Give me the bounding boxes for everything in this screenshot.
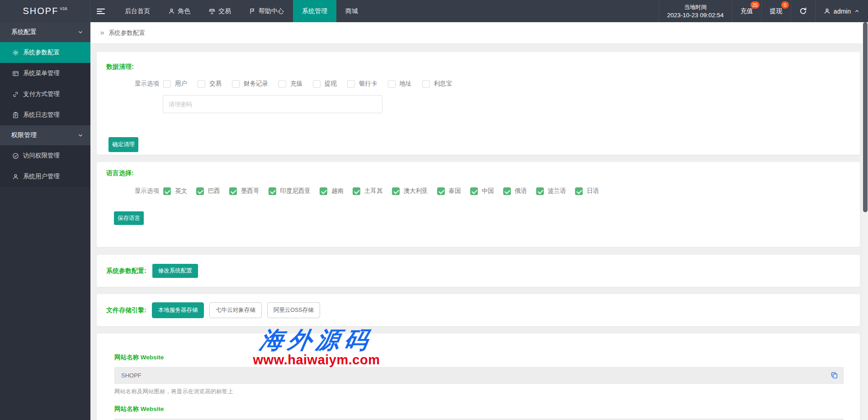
nav-item-help-center[interactable]: 帮助中心 xyxy=(240,0,293,22)
checkbox-checked-icon[interactable] xyxy=(536,187,544,195)
data-clean-option[interactable]: 财务记录 xyxy=(232,80,268,88)
sidebar-group-system-config[interactable]: 系统配置 xyxy=(0,22,90,42)
user-menu[interactable]: admin xyxy=(815,0,868,22)
checkbox-checked-icon[interactable] xyxy=(196,187,204,195)
checkbox-unchecked-icon[interactable] xyxy=(347,80,355,88)
person-icon xyxy=(12,173,19,180)
language-option[interactable]: 英文 xyxy=(163,187,187,195)
checkbox-checked-icon[interactable] xyxy=(437,187,445,195)
website-name-hint: 网站名称及网站图标，将显示在浏览器的标签上 xyxy=(114,388,860,396)
checkbox-unchecked-icon[interactable] xyxy=(278,80,286,88)
local-time: 当地时间 2023-10-23 09:02:54 xyxy=(659,0,732,22)
checkbox-checked-icon[interactable] xyxy=(575,187,583,195)
checkbox-checked-icon[interactable] xyxy=(320,187,327,195)
checkbox-checked-icon[interactable] xyxy=(503,187,511,195)
chevron-down-icon xyxy=(77,29,84,35)
nav-item-mall[interactable]: 商城 xyxy=(336,0,367,22)
data-clean-options-row: 显示选项 用户交易财务记录充值提现银行卡地址利息宝 xyxy=(135,80,860,88)
language-option[interactable]: 土耳其 xyxy=(353,187,383,195)
storage-engine-title: 文件存储引擎: xyxy=(106,306,146,315)
nav-item-trade[interactable]: 交易 xyxy=(199,0,240,22)
vertical-scrollbar[interactable] xyxy=(863,22,868,420)
data-clean-option[interactable]: 地址 xyxy=(388,80,412,88)
data-clean-title: 数据清理: xyxy=(97,52,860,71)
gear-icon xyxy=(12,49,19,56)
chevron-up-icon xyxy=(854,8,860,14)
sidebar-toggle-icon[interactable] xyxy=(90,0,111,22)
sidebar: 系统配置系统参数配置系统菜单管理支付方式管理系统日志管理权限管理访问权限管理系统… xyxy=(0,22,90,420)
checkbox-unchecked-icon[interactable] xyxy=(422,80,430,88)
checkbox-unchecked-icon[interactable] xyxy=(313,80,321,88)
data-clean-option[interactable]: 银行卡 xyxy=(347,80,377,88)
username: admin xyxy=(834,8,851,15)
sidebar-item-system-logs[interactable]: 系统日志管理 xyxy=(0,105,90,125)
checkbox-checked-icon[interactable] xyxy=(229,187,237,195)
nav-item-dashboard[interactable]: 后台首页 xyxy=(116,0,159,22)
language-option[interactable]: 澳大利亚 xyxy=(392,187,428,195)
user-icon xyxy=(824,8,830,14)
save-language-button[interactable]: 保存语言 xyxy=(114,211,144,225)
language-option[interactable]: 泰国 xyxy=(437,187,461,195)
modify-system-config-button[interactable]: 修改系统配置 xyxy=(152,264,198,278)
language-option[interactable]: 越南 xyxy=(320,187,344,195)
data-clean-option[interactable]: 利息宝 xyxy=(422,80,453,88)
data-clean-option[interactable]: 用户 xyxy=(163,80,187,88)
scrollbar-thumb[interactable] xyxy=(863,22,868,212)
data-clean-option[interactable]: 交易 xyxy=(198,80,222,88)
confirm-clean-button[interactable]: 确定清理 xyxy=(108,137,138,152)
system-params-title: 系统参数配置: xyxy=(106,267,146,275)
website-name-label: 网站名称 Website xyxy=(114,405,860,413)
storage-qiniu-object-button[interactable]: 七牛云对象存储 xyxy=(209,302,262,318)
clipboard-icon xyxy=(12,112,19,119)
language-option[interactable]: 日语 xyxy=(575,187,599,195)
sidebar-item-system-users[interactable]: 系统用户管理 xyxy=(0,166,90,187)
website-settings-panel: 网站名称 Website网站名称及网站图标，将显示在浏览器的标签上网站名称 We… xyxy=(97,334,860,420)
local-time-value: 2023-10-23 09:02:54 xyxy=(667,11,724,19)
data-clean-option[interactable]: 充值 xyxy=(278,80,302,88)
website-name-field-1: 网站名称 Website网站名称及网站图标，将显示在浏览器的标签上 xyxy=(114,353,860,396)
recharge-label: 充值 xyxy=(741,7,753,15)
recharge-button[interactable]: 充值 25 xyxy=(732,0,761,22)
sidebar-item-system-menu[interactable]: 系统菜单管理 xyxy=(0,63,90,84)
sidebar-item-access-permissions[interactable]: 访问权限管理 xyxy=(0,145,90,166)
chevron-down-icon xyxy=(77,132,84,138)
checkbox-unchecked-icon[interactable] xyxy=(198,80,205,88)
copy-icon[interactable] xyxy=(830,372,838,379)
withdraw-button[interactable]: 提现 0 xyxy=(761,0,791,22)
language-option[interactable]: 印度尼西亚 xyxy=(269,187,311,195)
language-title: 语言选择: xyxy=(97,162,860,177)
checkbox-checked-icon[interactable] xyxy=(353,187,360,195)
data-clean-option[interactable]: 提现 xyxy=(313,80,337,88)
website-name-input[interactable] xyxy=(114,367,844,384)
options-label: 显示选项 xyxy=(135,80,159,88)
nav-item-system-management[interactable]: 系统管理 xyxy=(293,0,336,22)
sidebar-item-system-params[interactable]: 系统参数配置 xyxy=(0,42,90,63)
double-chevron-icon xyxy=(99,30,105,36)
storage-aliyun-oss-button[interactable]: 阿里云OSS存储 xyxy=(267,302,320,318)
menu-icon xyxy=(12,70,19,77)
language-option[interactable]: 俄语 xyxy=(503,187,527,195)
storage-local-server-button[interactable]: 本地服务器存储 xyxy=(152,302,204,318)
language-option[interactable]: 中国 xyxy=(470,187,494,195)
language-option[interactable]: 墨西哥 xyxy=(229,187,259,195)
checkbox-checked-icon[interactable] xyxy=(163,187,171,195)
refresh-button[interactable] xyxy=(791,0,815,22)
checkbox-unchecked-icon[interactable] xyxy=(163,80,171,88)
language-option[interactable]: 波兰语 xyxy=(536,187,566,195)
checkbox-unchecked-icon[interactable] xyxy=(388,80,396,88)
data-clean-panel: 数据清理: 显示选项 用户交易财务记录充值提现银行卡地址利息宝 确定清理 xyxy=(97,52,860,155)
checkbox-checked-icon[interactable] xyxy=(470,187,478,195)
sidebar-item-payment-methods[interactable]: 支付方式管理 xyxy=(0,84,90,105)
options-label: 显示选项 xyxy=(135,187,159,195)
storage-engine-panel: 文件存储引擎: 本地服务器存储七牛云对象存储阿里云OSS存储 xyxy=(97,294,860,326)
language-option[interactable]: 巴西 xyxy=(196,187,220,195)
withdraw-badge: 0 xyxy=(781,1,789,9)
logo-version: V16 xyxy=(60,6,67,11)
checkbox-checked-icon[interactable] xyxy=(269,187,276,195)
top-navbar: SHOPF V16 后台首页角色交易帮助中心系统管理商城 当地时间 2023-1… xyxy=(0,0,868,22)
checkbox-unchecked-icon[interactable] xyxy=(232,80,240,88)
checkbox-checked-icon[interactable] xyxy=(392,187,400,195)
clean-password-input[interactable] xyxy=(163,95,382,113)
sidebar-group-permissions[interactable]: 权限管理 xyxy=(0,125,90,145)
nav-item-roles[interactable]: 角色 xyxy=(159,0,199,22)
